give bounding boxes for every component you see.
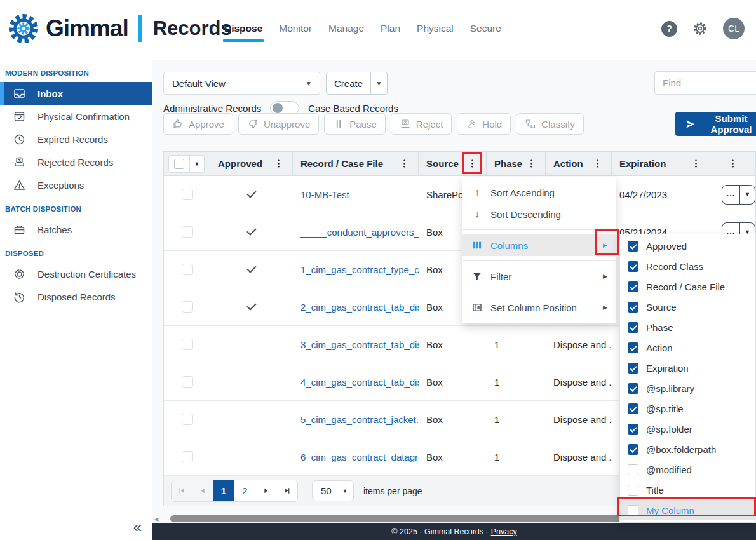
nav-secure[interactable]: Secure	[470, 23, 501, 42]
column-toggle-action[interactable]: Action	[620, 337, 755, 358]
classify-button[interactable]: Classify	[516, 113, 584, 135]
privacy-link[interactable]: Privacy	[491, 527, 517, 536]
sidebar-item-inbox[interactable]: Inbox	[0, 82, 152, 105]
record-link[interactable]: 10-MB-Test	[300, 189, 349, 200]
checked-checkbox-icon[interactable]	[628, 363, 638, 374]
unchecked-checkbox-icon[interactable]	[628, 464, 638, 475]
column-header-action[interactable]: Action	[546, 152, 612, 175]
select-all-checkbox[interactable]	[169, 156, 189, 172]
column-toggle-sp-title[interactable]: @sp.title	[620, 398, 755, 419]
column-toggle-approved[interactable]: Approved	[620, 236, 755, 256]
nav-plan[interactable]: Plan	[381, 23, 400, 42]
record-link[interactable]: _____conduent_approvers_...	[300, 227, 419, 238]
nav-monitor[interactable]: Monitor	[279, 23, 312, 42]
sidebar-item-exceptions[interactable]: Exceptions	[0, 173, 152, 196]
row-checkbox[interactable]	[182, 264, 193, 275]
column-toggle-sp-folder[interactable]: @sp.folder	[620, 419, 755, 439]
checked-checkbox-icon[interactable]	[628, 342, 638, 353]
unchecked-checkbox-icon[interactable]	[628, 505, 638, 516]
row-actions-button[interactable]: ...▼	[722, 185, 755, 205]
previous-page-button[interactable]	[192, 480, 213, 501]
page-size-select[interactable]: 50 ▼	[312, 480, 354, 501]
record-link[interactable]: 3_cim_gas_contract_tab_dis...	[300, 339, 419, 350]
chevron-down-icon[interactable]: ▼	[370, 72, 387, 94]
settings-gear-icon[interactable]	[692, 20, 708, 37]
page-button-1[interactable]: 1	[213, 480, 234, 501]
checked-checkbox-icon[interactable]	[628, 261, 638, 272]
checked-checkbox-icon[interactable]	[628, 403, 638, 414]
hold-button[interactable]: Hold	[457, 113, 511, 135]
row-checkbox[interactable]	[182, 414, 193, 425]
column-menu-dots-icon[interactable]	[527, 159, 536, 168]
menu-item-columns[interactable]: Columns▶	[462, 234, 616, 256]
column-toggle-source[interactable]: Source	[620, 297, 755, 317]
column-header-record[interactable]: Record / Case File	[293, 152, 419, 175]
column-header-phase[interactable]: Phase	[487, 152, 546, 175]
next-page-button[interactable]	[255, 480, 276, 501]
menu-item-sort-descending[interactable]: ↓Sort Descending	[462, 203, 616, 225]
row-checkbox[interactable]	[182, 339, 193, 350]
help-icon[interactable]: ?	[661, 21, 677, 37]
sidebar-collapse-button[interactable]: «	[133, 518, 142, 536]
sidebar-item-rejected-records[interactable]: Rejected Records	[0, 151, 152, 173]
first-page-button[interactable]	[172, 480, 192, 501]
record-link[interactable]: 2_cim_gas_contract_tab_dis...	[300, 302, 419, 313]
record-link[interactable]: 4_cim_gas_contract_tab_dis...	[300, 377, 419, 388]
column-toggle-my-column[interactable]: My Column	[620, 500, 755, 520]
menu-item-sort-ascending[interactable]: ↑Sort Ascending	[462, 182, 616, 203]
pause-button[interactable]: Pause	[324, 113, 386, 135]
column-header-row-actions[interactable]	[710, 152, 755, 175]
submit-approval-button[interactable]: Submit Approval	[675, 112, 756, 136]
user-avatar[interactable]: CL	[723, 18, 745, 39]
nav-dispose[interactable]: Dispose	[224, 23, 262, 42]
page-button-2[interactable]: 2	[234, 480, 255, 501]
row-checkbox[interactable]	[182, 451, 193, 462]
row-checkbox[interactable]	[182, 226, 193, 238]
unchecked-checkbox-icon[interactable]	[628, 485, 638, 496]
last-page-button[interactable]	[276, 480, 297, 501]
column-toggle-modified[interactable]: @modified	[620, 459, 755, 480]
sidebar-item-destruction-certificates[interactable]: Destruction Certificates	[0, 262, 152, 285]
select-all-dropdown[interactable]: ▼	[189, 156, 204, 172]
checked-checkbox-icon[interactable]	[628, 322, 638, 333]
sidebar-item-batches[interactable]: Batches	[0, 218, 152, 241]
column-toggle-box-folderpath[interactable]: @box.folderpath	[620, 439, 755, 459]
column-toggle-expiration[interactable]: Expiration	[620, 358, 755, 378]
sidebar-item-physical-confirmation[interactable]: Physical Confirmation	[0, 105, 152, 128]
approve-button[interactable]: Approve	[163, 113, 233, 135]
column-header-source[interactable]: Source	[419, 152, 487, 175]
record-link[interactable]: 1_cim_gas_contract_type_cr...	[300, 264, 419, 275]
checked-checkbox-icon[interactable]	[628, 424, 638, 435]
column-toggle-title[interactable]: Title	[620, 480, 755, 500]
column-menu-dots-icon[interactable]	[593, 159, 602, 168]
column-menu-dots-icon[interactable]	[691, 159, 701, 168]
column-menu-dots-icon[interactable]	[400, 159, 409, 168]
checked-checkbox-icon[interactable]	[628, 281, 638, 292]
reject-button[interactable]: Reject	[391, 113, 452, 135]
view-select[interactable]: Default View ▼	[163, 72, 320, 95]
create-button[interactable]: Create ▼	[326, 72, 388, 95]
checked-checkbox-icon[interactable]	[628, 444, 638, 455]
chevron-down-icon[interactable]: ▼	[739, 186, 755, 204]
menu-item-set-column-position[interactable]: Set Column Position▶	[462, 297, 616, 318]
row-checkbox[interactable]	[182, 189, 193, 200]
row-checkbox[interactable]	[182, 301, 193, 313]
find-input[interactable]	[654, 71, 756, 95]
record-link[interactable]: 5_cim_gas_contract_jacket.dql	[300, 414, 419, 425]
sidebar-item-expired-records[interactable]: Expired Records	[0, 128, 152, 151]
checked-checkbox-icon[interactable]	[628, 241, 638, 252]
sidebar-item-disposed-records[interactable]: Disposed Records	[0, 285, 152, 308]
record-link[interactable]: 6_cim_gas_contract_datagri...	[300, 452, 419, 462]
column-toggle-phase[interactable]: Phase	[620, 317, 755, 337]
column-menu-dots-icon[interactable]	[728, 159, 738, 168]
checked-checkbox-icon[interactable]	[628, 383, 638, 394]
column-toggle-record-case-file[interactable]: Record / Case File	[620, 276, 755, 297]
nav-manage[interactable]: Manage	[328, 23, 364, 42]
column-header-expiration[interactable]: Expiration	[612, 152, 710, 175]
checked-checkbox-icon[interactable]	[628, 302, 638, 313]
column-toggle-sp-library[interactable]: @sp.library	[620, 378, 755, 398]
unapprove-button[interactable]: Unapprove	[238, 113, 319, 135]
nav-physical[interactable]: Physical	[417, 23, 454, 42]
scroll-left-icon[interactable]: ◀	[154, 516, 158, 522]
column-toggle-record-class[interactable]: Record Class	[620, 256, 755, 276]
